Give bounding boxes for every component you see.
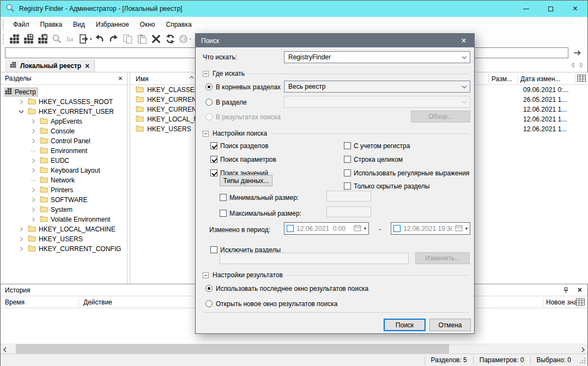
- column-date[interactable]: Дата измен...: [520, 75, 561, 83]
- tree-item[interactable]: HKEY_CURRENT_CONFIG: [1, 244, 127, 254]
- expand-icon[interactable]: [16, 99, 27, 105]
- checkbox-whole-string[interactable]: Строка целиком: [344, 155, 403, 164]
- checkbox-use-regex[interactable]: Использовать регулярные выражения: [344, 168, 469, 178]
- radio-in-root-keys[interactable]: В корневых разделах: [205, 82, 281, 91]
- column-divider[interactable]: [517, 74, 518, 83]
- tree-item[interactable]: HKEY_CURRENT_USER: [1, 107, 127, 117]
- tab-scroll-left-icon[interactable]: [570, 62, 575, 70]
- column-size[interactable]: Разм...: [492, 75, 512, 83]
- date-from-picker[interactable]: 12.06.2021 0:00 ▾: [284, 222, 369, 235]
- calendar-icon[interactable]: [354, 224, 361, 233]
- collapse-icon[interactable]: [203, 71, 209, 77]
- expand-icon[interactable]: [28, 158, 39, 163]
- horizontal-scrollbar[interactable]: [1, 344, 587, 353]
- scroll-left-icon[interactable]: [3, 346, 7, 354]
- refresh-icon[interactable]: [164, 33, 177, 45]
- checkbox-hidden-only[interactable]: Только скрытые разделы: [344, 181, 429, 191]
- tree-item[interactable]: Keyboard Layout: [1, 166, 127, 175]
- expand-icon[interactable]: [28, 119, 39, 124]
- checkbox-search-keys[interactable]: Поиск разделов: [210, 141, 269, 150]
- close-button[interactable]: ×: [563, 1, 587, 17]
- tree-item[interactable]: AppEvents: [1, 117, 127, 126]
- checkbox-search-params[interactable]: Поиск параметров: [210, 155, 276, 164]
- delete-icon[interactable]: [150, 33, 163, 45]
- tree-item[interactable]: HKEY_USERS: [1, 234, 127, 244]
- checkbox-icon[interactable]: [210, 156, 217, 163]
- undo-icon[interactable]: [93, 33, 106, 45]
- checkbox-min-size[interactable]: Минимальный размер:: [220, 193, 299, 202]
- dropdown-arrow-icon[interactable]: ▾: [190, 37, 192, 41]
- scrollbar-thumb[interactable]: [16, 344, 449, 353]
- checkbox-icon[interactable]: [210, 169, 217, 176]
- column-chooser-icon[interactable]: [577, 75, 586, 83]
- column-action[interactable]: Действие: [83, 298, 112, 306]
- tree-item[interactable]: HKEY_LOCAL_MACHINE: [1, 224, 127, 234]
- radio-icon[interactable]: [205, 300, 213, 307]
- menu-item-5[interactable]: Окно: [135, 19, 161, 30]
- radio-reuse-window[interactable]: Использовать последнее окно результатов …: [205, 284, 368, 293]
- dropdown-arrow-icon[interactable]: ▾: [90, 37, 92, 41]
- checkbox-icon[interactable]: [210, 246, 217, 253]
- tree-item[interactable]: Network: [1, 175, 127, 185]
- expand-icon[interactable]: [16, 236, 27, 242]
- expand-icon[interactable]: [28, 168, 39, 173]
- calendar-icon[interactable]: [455, 224, 463, 233]
- checkbox-icon[interactable]: [344, 182, 351, 190]
- tab-scroll-right-icon[interactable]: [579, 62, 584, 70]
- date-checkbox[interactable]: [393, 225, 401, 232]
- tree-item[interactable]: Environment: [1, 146, 127, 156]
- menu-item-1[interactable]: Файл: [8, 19, 35, 30]
- collapse-icon[interactable]: [203, 131, 209, 137]
- expand-icon[interactable]: [28, 138, 39, 144]
- menu-item-6[interactable]: Справка: [161, 19, 197, 30]
- data-types-button[interactable]: Типы данных...: [220, 175, 272, 186]
- local-registry-icon[interactable]: [8, 33, 21, 45]
- expand-icon[interactable]: [28, 207, 39, 212]
- expand-icon[interactable]: [16, 227, 27, 232]
- maximize-button[interactable]: [538, 1, 563, 17]
- remote-registry-icon[interactable]: [22, 33, 35, 45]
- expand-icon[interactable]: [28, 187, 39, 193]
- chevron-down-icon[interactable]: [462, 83, 466, 88]
- expand-icon[interactable]: [16, 246, 27, 252]
- toolbar-grip[interactable]: [3, 20, 4, 29]
- expand-icon[interactable]: [28, 129, 39, 134]
- radio-icon[interactable]: [205, 99, 213, 106]
- radio-icon[interactable]: [205, 83, 213, 90]
- column-divider[interactable]: [543, 297, 543, 307]
- tab-close-icon[interactable]: ×: [85, 62, 89, 70]
- root-keys-combobox[interactable]: Весь реестр: [284, 81, 470, 93]
- go-icon[interactable]: [573, 49, 582, 58]
- column-divider[interactable]: [488, 74, 489, 83]
- history-close-icon[interactable]: ×: [578, 286, 582, 294]
- menu-item-3[interactable]: Вид: [68, 19, 90, 30]
- tree-item[interactable]: Реестр: [1, 87, 127, 97]
- tree-item[interactable]: Console: [1, 126, 127, 136]
- expand-icon[interactable]: [28, 217, 39, 222]
- scroll-right-icon[interactable]: [581, 346, 585, 354]
- checkbox-icon[interactable]: [344, 169, 351, 176]
- menu-item-4[interactable]: Избранное: [90, 19, 135, 30]
- chevron-down-icon[interactable]: ▾: [364, 226, 366, 231]
- checkbox-max-size[interactable]: Максимальный размер:: [220, 209, 301, 218]
- tree-item[interactable]: Printers: [1, 185, 127, 195]
- checkbox-icon[interactable]: [344, 142, 351, 149]
- checkbox-icon[interactable]: [210, 142, 217, 149]
- minimize-button[interactable]: [514, 1, 538, 17]
- dialog-close-icon[interactable]: ×: [453, 34, 474, 47]
- chevron-down-icon[interactable]: ▾: [465, 226, 468, 231]
- date-to-picker[interactable]: 12.06.2021 19:30 ▾: [391, 222, 470, 235]
- checkbox-icon[interactable]: [220, 210, 227, 217]
- tree-item[interactable]: SOFTWARE: [1, 195, 127, 205]
- tree-item[interactable]: System: [1, 205, 127, 215]
- search-button[interactable]: Поиск: [384, 319, 426, 331]
- radio-icon[interactable]: [205, 285, 213, 292]
- radio-in-key[interactable]: В разделе: [205, 97, 247, 107]
- pin-icon[interactable]: [563, 287, 569, 295]
- dialog-titlebar[interactable]: Поиск ×: [196, 34, 474, 47]
- connect-hive-icon[interactable]: [36, 33, 49, 45]
- panel-close-icon[interactable]: ×: [118, 75, 123, 82]
- resize-grip-icon[interactable]: [579, 357, 586, 366]
- search-term-combobox[interactable]: RegistryFinder: [284, 51, 470, 63]
- column-new-value[interactable]: Новое зна: [546, 298, 577, 306]
